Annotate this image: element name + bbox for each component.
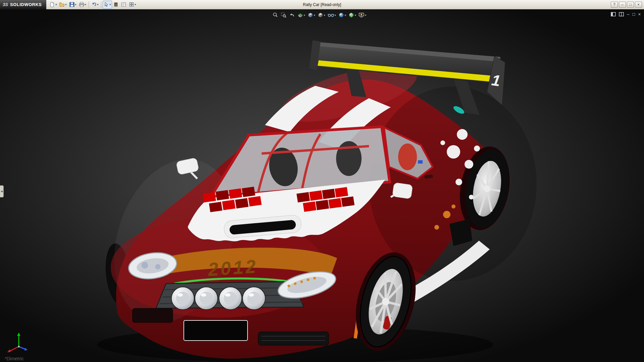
3ds-logo-icon: 3S (3, 2, 8, 7)
new-document-button[interactable] (48, 1, 58, 9)
view-settings-button[interactable] (359, 12, 366, 18)
x-axis-arrow (7, 349, 11, 352)
hide-show-items-icon (328, 12, 334, 18)
graphics-area[interactable]: 2012 (0, 9, 644, 362)
restore-button[interactable]: □ (627, 2, 634, 8)
save-button[interactable] (68, 1, 77, 9)
solidworks-window: 3S SOLIDWORKS (0, 0, 644, 362)
display-style-button[interactable] (318, 12, 325, 18)
edit-color-icon (113, 2, 118, 7)
sheet-format-icon (121, 2, 126, 7)
options-grid-icon (129, 2, 135, 7)
toolbar-separator (89, 1, 89, 8)
view-orientation-button[interactable] (308, 12, 315, 18)
apply-scene-button[interactable] (348, 12, 356, 18)
doc-minimize-button[interactable]: – (627, 12, 629, 16)
main-toolbar (46, 1, 139, 9)
chevron-left-icon: ◀ (1, 190, 2, 193)
view-orientation-icon (308, 12, 314, 18)
hide-show-items-button[interactable] (328, 12, 336, 18)
doc-close-button[interactable]: × (638, 12, 641, 16)
doc-restore-button[interactable]: □ (633, 12, 635, 16)
undo-button[interactable] (90, 1, 100, 9)
zoom-to-fit-icon (272, 12, 278, 18)
y-axis-arrow (17, 333, 20, 336)
lower-mesh (258, 332, 329, 345)
heads-up-view-toolbar (272, 12, 366, 18)
print-icon (79, 2, 85, 7)
pane-split-button[interactable] (619, 12, 624, 16)
new-document-icon (49, 2, 55, 7)
edit-appearance-icon (338, 12, 344, 18)
pane-split-icon (619, 12, 624, 16)
section-view-button[interactable] (298, 12, 305, 18)
previous-view-button[interactable] (289, 12, 295, 18)
license-plate (184, 320, 248, 341)
solidworks-logo: 3S SOLIDWORKS (0, 0, 46, 9)
select-tool-button[interactable] (103, 1, 112, 9)
titlebar: 3S SOLIDWORKS (0, 0, 644, 9)
bumper-year-decal: 2012 (207, 255, 259, 280)
document-window-controls: – □ × (611, 12, 641, 16)
z-axis-arrow (24, 348, 28, 351)
window-controls: ? – □ × (611, 2, 644, 8)
sheet-format-button[interactable] (120, 1, 127, 9)
edit-color-button[interactable] (112, 1, 119, 9)
open-document-button[interactable] (58, 1, 67, 9)
left-intake-mesh (132, 308, 173, 322)
toolbar-separator (101, 1, 101, 8)
pane-left-button[interactable] (611, 12, 616, 16)
document-title: Rally Car [Read-only] (303, 2, 341, 7)
minimize-button[interactable]: – (619, 2, 626, 8)
view-settings-icon (359, 12, 365, 18)
options-button[interactable] (128, 1, 137, 9)
save-icon (69, 2, 75, 7)
zoom-to-area-icon (281, 12, 287, 18)
rally-car-model: 2012 (0, 9, 644, 362)
reference-triad (5, 330, 33, 354)
zoom-to-fit-button[interactable] (272, 12, 278, 18)
display-style-icon (318, 12, 324, 18)
section-view-icon (298, 12, 304, 18)
edit-appearance-button[interactable] (338, 12, 346, 18)
zoom-to-area-button[interactable] (281, 12, 287, 18)
close-button[interactable]: × (635, 2, 642, 8)
print-button[interactable] (78, 1, 87, 9)
app-name: SOLIDWORKS (10, 2, 42, 7)
undo-icon (91, 2, 97, 7)
open-document-icon (59, 2, 65, 7)
select-cursor-icon (104, 2, 109, 7)
previous-view-icon (289, 12, 295, 18)
help-button[interactable]: ? (611, 2, 618, 8)
panel-collapse-tab[interactable]: ◀ (0, 185, 4, 197)
view-orientation-label: *Dimetric (5, 356, 24, 361)
apply-scene-icon (348, 12, 355, 18)
pane-left-icon (611, 12, 616, 16)
